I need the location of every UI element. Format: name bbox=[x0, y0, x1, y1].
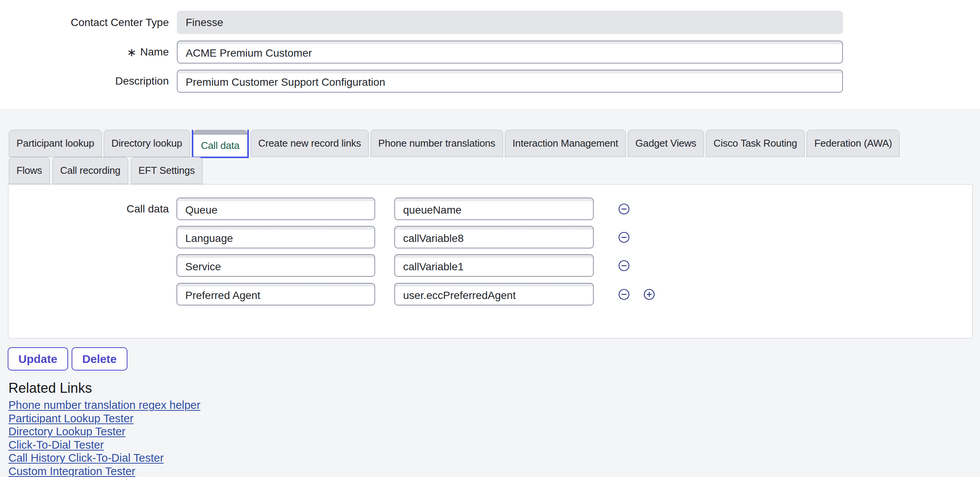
tab-federation-awa[interactable]: Federation (AWA) bbox=[807, 130, 900, 157]
description-label-text: Description bbox=[115, 75, 169, 87]
tab-eft-settings[interactable]: EFT Settings bbox=[131, 157, 203, 184]
row-actions bbox=[618, 231, 630, 243]
call-data-row bbox=[176, 198, 630, 220]
remove-call-data-row-button[interactable] bbox=[618, 288, 630, 301]
related-link-directory-lookup-tester[interactable]: Directory Lookup Tester bbox=[8, 425, 126, 438]
row-actions bbox=[618, 203, 630, 215]
tab-phone-number-translations[interactable]: Phone number translations bbox=[371, 130, 503, 157]
name-input[interactable] bbox=[177, 41, 843, 64]
tab-participant-lookup[interactable]: Participant lookup bbox=[9, 130, 102, 157]
contact-center-type-value: Finesse bbox=[177, 11, 843, 34]
tab-flows[interactable]: Flows bbox=[9, 157, 50, 184]
tab-bar-row-1: Participant lookup Directory lookup Call… bbox=[9, 130, 900, 158]
call-data-row bbox=[176, 283, 655, 305]
related-link-click-to-dial-tester[interactable]: Click-To-Dial Tester bbox=[8, 438, 104, 452]
minus-circle-icon bbox=[618, 203, 630, 215]
add-call-data-row-button[interactable] bbox=[643, 288, 655, 301]
remove-call-data-row-button[interactable] bbox=[618, 260, 630, 272]
minus-circle-icon bbox=[618, 289, 630, 300]
related-link-call-history-click-to-dial-tester[interactable]: Call History Click-To-Dial Tester bbox=[8, 451, 164, 465]
related-links-title: Related Links bbox=[8, 380, 92, 396]
plus-circle-icon bbox=[644, 289, 655, 300]
contact-center-type-label-text: Contact Center Type bbox=[71, 16, 169, 29]
call-data-variable-input[interactable] bbox=[394, 254, 594, 277]
row-actions bbox=[618, 260, 630, 272]
tab-gadget-views[interactable]: Gadget Views bbox=[628, 130, 704, 157]
related-link-phone-number-translation-regex-helper[interactable]: Phone number translation regex helper bbox=[8, 399, 200, 412]
remove-call-data-row-button[interactable] bbox=[618, 203, 630, 215]
tab-interaction-management[interactable]: Interaction Management bbox=[505, 130, 626, 157]
tab-directory-lookup[interactable]: Directory lookup bbox=[104, 130, 190, 157]
tab-bar-row-2: Flows Call recording EFT Settings bbox=[9, 157, 203, 184]
tab-cisco-task-routing[interactable]: Cisco Task Routing bbox=[706, 130, 805, 157]
related-link-custom-integration-tester[interactable]: Custom Integration Tester bbox=[8, 465, 136, 477]
tab-call-data[interactable]: Call data bbox=[192, 130, 249, 158]
call-data-panel: Call data bbox=[8, 184, 973, 338]
call-data-display-name-input[interactable] bbox=[176, 226, 375, 248]
call-data-row bbox=[176, 226, 630, 248]
call-data-display-name-input[interactable] bbox=[176, 283, 375, 305]
call-data-row bbox=[176, 254, 630, 277]
contact-center-type-label: Contact Center Type bbox=[0, 11, 169, 34]
related-links-list: Phone number translation regex helper Pa… bbox=[8, 399, 200, 477]
call-data-variable-input[interactable] bbox=[394, 198, 594, 220]
description-input[interactable] bbox=[177, 70, 843, 93]
form-actions: Update Delete bbox=[8, 347, 127, 371]
row-actions bbox=[618, 288, 655, 301]
name-label-text: Name bbox=[140, 46, 169, 58]
description-row: Description bbox=[0, 70, 846, 93]
description-label: Description bbox=[0, 70, 169, 93]
remove-call-data-row-button[interactable] bbox=[618, 231, 630, 243]
name-label: ∗ Name bbox=[0, 41, 169, 64]
call-data-display-name-input[interactable] bbox=[176, 254, 375, 277]
related-link-participant-lookup-tester[interactable]: Participant Lookup Tester bbox=[8, 412, 134, 425]
update-button[interactable]: Update bbox=[8, 347, 68, 371]
call-data-label: Call data bbox=[8, 198, 169, 220]
contact-center-type-row: Contact Center Type Finesse bbox=[0, 11, 846, 34]
minus-circle-icon bbox=[618, 260, 630, 271]
minus-circle-icon bbox=[618, 232, 630, 243]
call-data-display-name-input[interactable] bbox=[176, 198, 375, 220]
contact-center-config-page: Contact Center Type Finesse ∗ Name Descr… bbox=[0, 0, 980, 477]
tab-create-new-record-links[interactable]: Create new record links bbox=[251, 130, 369, 157]
call-data-variable-input[interactable] bbox=[394, 283, 594, 305]
delete-button[interactable]: Delete bbox=[72, 347, 127, 371]
name-row: ∗ Name bbox=[0, 41, 846, 64]
required-indicator: ∗ bbox=[127, 46, 136, 59]
tab-call-recording[interactable]: Call recording bbox=[52, 157, 128, 184]
call-data-variable-input[interactable] bbox=[394, 226, 594, 248]
